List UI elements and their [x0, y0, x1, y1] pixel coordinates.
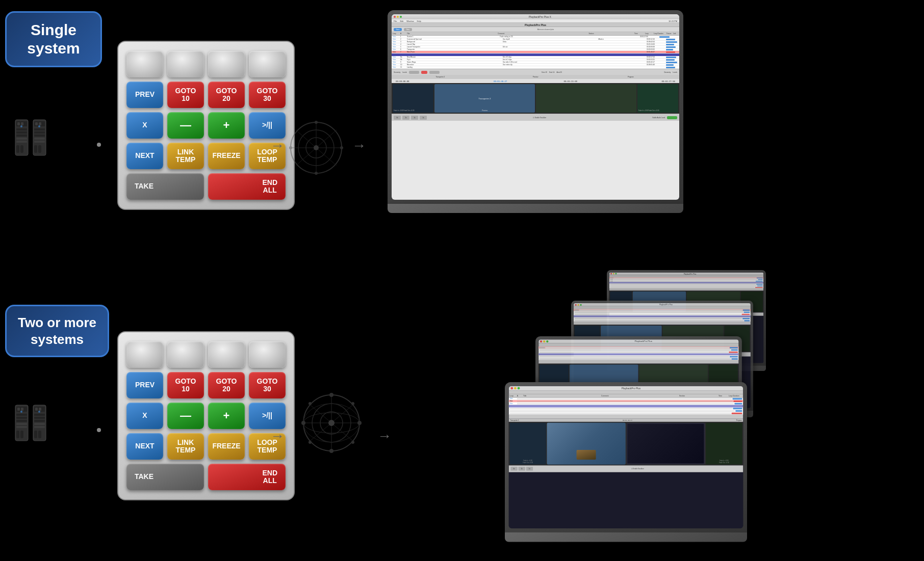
- key-prev[interactable]: PREV: [126, 82, 163, 108]
- key-goto30[interactable]: GOTO30: [249, 82, 286, 108]
- svg-rect-44: [16, 426, 27, 428]
- svg-rect-14: [35, 122, 38, 125]
- key-blank-b2[interactable]: [167, 341, 204, 368]
- svg-point-73: [309, 402, 312, 405]
- key-take[interactable]: TAKE: [126, 173, 204, 200]
- key-linktemp-b[interactable]: LINKTEMP: [167, 433, 204, 460]
- arrow-right-bottom: →: [270, 428, 285, 444]
- key-blank-4[interactable]: [249, 51, 286, 77]
- keypad-single: PREV GOTO10 GOTO20 GOTO30 X — + >/|| NEX…: [117, 41, 295, 210]
- svg-rect-40: [16, 414, 27, 416]
- key-plus[interactable]: +: [208, 112, 245, 139]
- key-next[interactable]: NEXT: [126, 143, 163, 169]
- key-goto20-b[interactable]: GOTO20: [208, 372, 245, 398]
- svg-point-32: [315, 172, 318, 175]
- svg-rect-42: [16, 420, 27, 422]
- hardware-icon-top: [10, 117, 61, 168]
- svg-rect-16: [34, 128, 45, 130]
- connector-dot-top: [97, 143, 101, 147]
- key-goto30-b[interactable]: GOTO30: [249, 372, 286, 398]
- svg-rect-54: [34, 420, 45, 422]
- svg-rect-3: [21, 122, 23, 125]
- key-blank-2[interactable]: [167, 51, 204, 77]
- svg-point-35: [314, 145, 319, 150]
- key-goto10[interactable]: GOTO10: [167, 82, 204, 108]
- single-system-label: Singlesystem: [5, 11, 102, 67]
- arrow-right-top: →: [270, 138, 285, 154]
- svg-rect-38: [17, 408, 20, 411]
- svg-rect-56: [34, 426, 45, 428]
- keypad-multi: PREV GOTO10 GOTO20 GOTO30 X — + >/|| NEX…: [117, 331, 295, 500]
- svg-point-34: [340, 146, 343, 149]
- key-freeze-b[interactable]: FREEZE: [208, 433, 245, 460]
- key-blank-3[interactable]: [208, 51, 245, 77]
- svg-point-75: [309, 441, 312, 444]
- key-x-b[interactable]: X: [126, 403, 163, 429]
- svg-rect-50: [35, 408, 38, 411]
- key-blank-b4[interactable]: [249, 341, 286, 368]
- key-freeze[interactable]: FREEZE: [208, 143, 245, 169]
- svg-point-72: [357, 421, 362, 425]
- network-icon-top: [286, 117, 347, 180]
- key-playfrz[interactable]: >/||: [249, 112, 286, 139]
- hardware-icon-bottom: [10, 403, 61, 453]
- key-minus-b[interactable]: —: [167, 403, 204, 429]
- network-icon-bottom: [291, 377, 372, 471]
- svg-rect-7: [16, 138, 27, 140]
- svg-rect-57: [34, 431, 37, 438]
- key-take-b[interactable]: TAKE: [126, 464, 204, 490]
- connector-dot-bottom: [97, 428, 101, 432]
- arrow-right-top2: →: [352, 138, 366, 154]
- key-blank-b1[interactable]: [126, 341, 163, 368]
- svg-rect-19: [34, 138, 45, 140]
- laptop-single: PlaybackPro Plus X File Edit Window Help…: [388, 10, 683, 213]
- svg-point-77: [328, 420, 335, 426]
- svg-rect-22: [38, 145, 41, 153]
- svg-point-33: [289, 146, 292, 149]
- svg-rect-10: [20, 145, 23, 153]
- key-blank-b3[interactable]: [208, 341, 245, 368]
- svg-rect-21: [34, 145, 37, 153]
- key-minus[interactable]: —: [167, 112, 204, 139]
- key-x[interactable]: X: [126, 112, 163, 139]
- multi-system-label: Two or moresystems: [5, 305, 109, 357]
- svg-rect-8: [16, 141, 27, 143]
- key-plus-b[interactable]: +: [208, 403, 245, 429]
- svg-point-47: [20, 411, 22, 413]
- svg-point-69: [329, 393, 333, 397]
- key-endall[interactable]: ENDALL: [208, 173, 286, 200]
- svg-rect-51: [39, 408, 41, 411]
- key-blank-1[interactable]: [126, 51, 163, 77]
- svg-rect-15: [39, 122, 41, 125]
- arrow-right-bottom2: →: [377, 428, 392, 444]
- svg-rect-4: [16, 128, 27, 130]
- svg-rect-55: [34, 423, 45, 425]
- key-linktemp[interactable]: LINKTEMP: [167, 143, 204, 169]
- svg-rect-39: [21, 408, 23, 411]
- svg-rect-43: [16, 423, 27, 425]
- multi-laptop-stack: PlaybackPro Plus: [505, 270, 903, 555]
- svg-rect-46: [20, 431, 23, 438]
- key-endall-b[interactable]: ENDALL: [208, 464, 286, 490]
- svg-rect-5: [16, 131, 27, 133]
- svg-rect-45: [16, 431, 19, 438]
- key-next-b[interactable]: NEXT: [126, 433, 163, 460]
- key-goto10-b[interactable]: GOTO10: [167, 372, 204, 398]
- svg-rect-9: [16, 145, 19, 153]
- key-prev-b[interactable]: PREV: [126, 372, 163, 398]
- svg-rect-41: [16, 417, 27, 419]
- svg-point-70: [329, 449, 333, 453]
- svg-point-11: [20, 125, 22, 127]
- key-playfrz-b[interactable]: >/||: [249, 403, 286, 429]
- svg-rect-6: [16, 135, 27, 137]
- svg-rect-53: [34, 417, 45, 419]
- svg-point-71: [301, 421, 305, 425]
- svg-rect-58: [38, 431, 41, 438]
- svg-rect-17: [34, 131, 45, 133]
- svg-rect-52: [34, 414, 45, 416]
- svg-point-59: [38, 411, 40, 413]
- svg-point-76: [351, 441, 354, 444]
- svg-point-23: [38, 125, 40, 127]
- svg-rect-18: [34, 135, 45, 137]
- key-goto20[interactable]: GOTO20: [208, 82, 245, 108]
